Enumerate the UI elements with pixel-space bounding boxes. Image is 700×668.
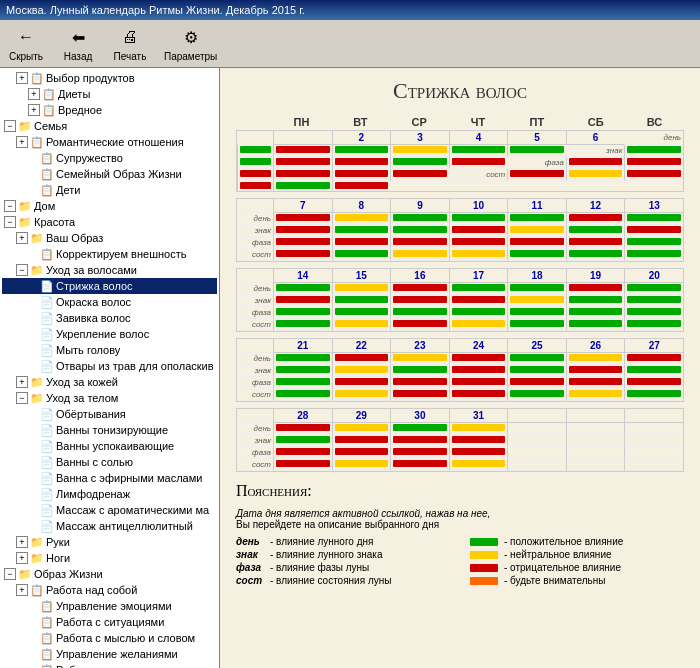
bar-знак: [335, 366, 389, 373]
day-number[interactable]: 8: [332, 199, 391, 213]
sidebar-item-hands[interactable]: +📁Руки: [2, 534, 217, 550]
tree-expand-icon[interactable]: +: [16, 72, 28, 84]
day-number[interactable]: 26: [566, 339, 625, 353]
day-number[interactable]: 2: [332, 131, 391, 145]
sidebar-item-hair-herbs[interactable]: 📄Отвары из трав для ополаскив: [2, 358, 217, 374]
legend-left-item: сост- влияние состояния луны: [236, 575, 450, 586]
day-number[interactable]: 27: [624, 339, 683, 353]
back-button[interactable]: ⬅ Назад: [60, 25, 96, 62]
day-number[interactable]: 17: [449, 269, 508, 283]
day-number[interactable]: 5: [507, 131, 566, 145]
bar-cell: [507, 389, 566, 401]
sidebar-item-thoughts[interactable]: 📋Работа с мыслью и словом: [2, 630, 217, 646]
day-number[interactable]: 22: [332, 339, 391, 353]
sidebar-item-haircut[interactable]: 📄Стрижка волос: [2, 278, 217, 294]
day-number[interactable]: 13: [624, 199, 683, 213]
day-number[interactable]: 30: [390, 409, 449, 423]
legend-grid: день- влияние лунного дня- положительное…: [236, 536, 684, 586]
day-number[interactable]: 3: [390, 131, 449, 145]
sidebar-item-products[interactable]: +📋Выбор продуктов: [2, 70, 217, 86]
tree-collapse-icon[interactable]: −: [16, 392, 28, 404]
day-number[interactable]: 6: [566, 131, 625, 145]
day-number[interactable]: 12: [566, 199, 625, 213]
sidebar-item-correct[interactable]: 📋Корректируем внешность: [2, 246, 217, 262]
sidebar-item-past[interactable]: 📋Работа с прошлым: [2, 662, 217, 668]
day-number[interactable]: 16: [390, 269, 449, 283]
day-number[interactable]: 31: [449, 409, 508, 423]
tree-collapse-icon[interactable]: −: [4, 120, 16, 132]
sidebar-item-children[interactable]: 📋Дети: [2, 182, 217, 198]
day-number[interactable]: 20: [624, 269, 683, 283]
day-number[interactable]: 10: [449, 199, 508, 213]
sidebar-item-family-image[interactable]: 📋Семейный Образ Жизни: [2, 166, 217, 182]
sidebar-item-lymph[interactable]: 📄Лимфодренаж: [2, 486, 217, 502]
tree-expand-icon[interactable]: +: [16, 136, 28, 148]
tree-expand-icon[interactable]: +: [16, 552, 28, 564]
sidebar-item-beauty[interactable]: −📁Красота: [2, 214, 217, 230]
sidebar-item-bath-calm[interactable]: 📄Ванны успокаивающие: [2, 438, 217, 454]
tree-expand-icon[interactable]: +: [16, 536, 28, 548]
sidebar-item-hair-strengthen[interactable]: 📄Укрепление волос: [2, 326, 217, 342]
bar-день: [452, 284, 506, 291]
tree-expand-icon[interactable]: +: [16, 376, 28, 388]
day-number[interactable]: 15: [332, 269, 391, 283]
sidebar-item-emotions[interactable]: 📋Управление эмоциями: [2, 598, 217, 614]
row-label-знак: знак: [566, 145, 625, 157]
day-number[interactable]: 4: [449, 131, 508, 145]
sidebar-item-bath-salt[interactable]: 📄Ванны с солью: [2, 454, 217, 470]
sidebar-item-wraps[interactable]: 📄Обёртывания: [2, 406, 217, 422]
bar-фаза: [569, 158, 623, 165]
day-number[interactable]: 29: [332, 409, 391, 423]
tree-expand-icon[interactable]: +: [16, 584, 28, 596]
sidebar-item-bath-oils[interactable]: 📄Ванна с эфирными маслами: [2, 470, 217, 486]
tree-collapse-icon[interactable]: −: [16, 264, 28, 276]
day-number[interactable]: 23: [390, 339, 449, 353]
sidebar-item-marriage[interactable]: 📋Супружество: [2, 150, 217, 166]
day-number[interactable]: 7: [273, 199, 332, 213]
day-number[interactable]: 21: [273, 339, 332, 353]
sidebar-item-massage-anti[interactable]: 📄Массаж антицеллюлитный: [2, 518, 217, 534]
print-button[interactable]: 🖨 Печать: [112, 25, 148, 62]
day-number[interactable]: 28: [273, 409, 332, 423]
sidebar-item-self-care[interactable]: +📋Работа над собой: [2, 582, 217, 598]
tree-expand-icon[interactable]: +: [16, 232, 28, 244]
legend-left-item: знак- влияние лунного знака: [236, 549, 450, 560]
sidebar-item-skin-care[interactable]: +📁Уход за кожей: [2, 374, 217, 390]
tree-collapse-icon[interactable]: −: [4, 200, 16, 212]
sidebar-item-harmful[interactable]: +📋Вредное: [2, 102, 217, 118]
sidebar-item-feet[interactable]: +📁Ноги: [2, 550, 217, 566]
day-number[interactable]: 14: [273, 269, 332, 283]
sidebar-item-diets[interactable]: +📋Диеты: [2, 86, 217, 102]
hide-button[interactable]: ← Скрыть: [8, 25, 44, 62]
tree-expand-icon[interactable]: +: [28, 104, 40, 116]
sidebar-item-hair-wash[interactable]: 📄Мыть голову: [2, 342, 217, 358]
bar-день: [335, 424, 389, 431]
sidebar-item-lifestyle[interactable]: −📁Образ Жизни: [2, 566, 217, 582]
tree-item-icon: 📄: [40, 295, 54, 309]
sidebar-item-body-care[interactable]: −📁Уход за телом: [2, 390, 217, 406]
sidebar-item-situations[interactable]: 📋Работа с ситуациями: [2, 614, 217, 630]
sidebar-item-hair-color[interactable]: 📄Окраска волос: [2, 294, 217, 310]
sidebar-item-romantic[interactable]: +📋Романтические отношения: [2, 134, 217, 150]
tree-collapse-icon[interactable]: −: [4, 568, 16, 580]
sidebar-item-family[interactable]: −📁Семья: [2, 118, 217, 134]
sidebar-item-bath-toning[interactable]: 📄Ванны тонизирующие: [2, 422, 217, 438]
sidebar-item-hair-perm[interactable]: 📄Завивка волос: [2, 310, 217, 326]
sidebar-item-massage-aroma[interactable]: 📄Массаж с ароматическими ма: [2, 502, 217, 518]
day-number[interactable]: 9: [390, 199, 449, 213]
day-number[interactable]: 11: [507, 199, 566, 213]
sidebar-item-image[interactable]: +📁Ваш Образ: [2, 230, 217, 246]
day-number[interactable]: 19: [566, 269, 625, 283]
tree-expand-icon[interactable]: +: [28, 88, 40, 100]
tree-item-icon: 📋: [30, 135, 44, 149]
day-number[interactable]: 25: [507, 339, 566, 353]
day-number[interactable]: 18: [507, 269, 566, 283]
tree-item-label: Работа над собой: [46, 584, 137, 596]
tree-collapse-icon[interactable]: −: [4, 216, 16, 228]
params-button[interactable]: ⚙ Параметры: [164, 25, 217, 62]
sidebar-item-hair-care[interactable]: −📁Уход за волосами: [2, 262, 217, 278]
sidebar-item-home[interactable]: −📁Дом: [2, 198, 217, 214]
sidebar-item-desires[interactable]: 📋Управление желаниями: [2, 646, 217, 662]
day-number[interactable]: 24: [449, 339, 508, 353]
bar-cell: [332, 145, 391, 157]
